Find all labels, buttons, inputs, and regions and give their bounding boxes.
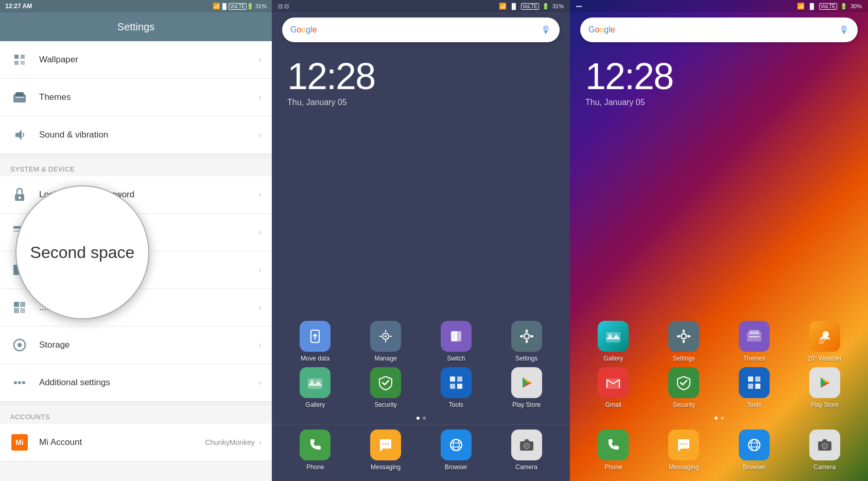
divider-1 (0, 154, 272, 158)
svg-rect-12 (14, 308, 19, 313)
camera2-app[interactable]: Camera (791, 430, 858, 471)
colorful-volte: VoLTE (819, 3, 837, 10)
dark-battery: 🔋 (542, 3, 549, 10)
gallery2-icon (598, 321, 629, 352)
settings-header: Settings (0, 12, 272, 41)
svg-rect-1 (15, 92, 24, 96)
svg-rect-23 (455, 331, 461, 341)
themes2-app[interactable]: Themes (721, 321, 788, 362)
magnifier-text: Second space (30, 243, 135, 262)
dark-status-bar: ⊡ ⊡ 📶 ▐▌ VoLTE 🔋 31% (272, 0, 570, 12)
colorful-bottom-dock: Phone Messaging (570, 424, 868, 481)
settings-panel: 12:27 AM 📶 ▐▌ VoLTE 🔋 31% Settings Wallp… (0, 0, 272, 481)
divider-2 (0, 402, 272, 406)
tools-icon (441, 367, 472, 398)
dot-2 (423, 417, 426, 420)
storage-icon (10, 336, 29, 354)
gmail-label: Gmail (605, 401, 621, 408)
colorful-clock-date: Thu, January 05 (585, 98, 853, 107)
manage-app[interactable]: Manage (353, 321, 419, 362)
weather-icon: 20° (809, 321, 840, 352)
settings-app-item[interactable]: Settings (493, 321, 560, 362)
svg-point-36 (385, 443, 387, 445)
browser2-app[interactable]: Browser (721, 430, 788, 471)
move-data-app[interactable]: Move data (282, 321, 349, 362)
performance-arrow: › (259, 303, 262, 312)
gallery2-app[interactable]: Gallery (580, 321, 647, 362)
tools2-label: Tools (747, 401, 761, 408)
messaging-label: Messaging (371, 463, 401, 471)
svg-text:20°: 20° (819, 339, 826, 345)
colorful-page-dots (570, 417, 868, 420)
phone2-app[interactable]: Phone (580, 430, 647, 471)
phone-icon (300, 430, 331, 460)
settings2-app[interactable]: Settings (651, 321, 717, 362)
tools-app[interactable]: Tools (423, 367, 490, 408)
mic-icon-colorful[interactable]: 🎙 (839, 24, 849, 36)
security2-app[interactable]: Security (651, 367, 717, 408)
gallery-app[interactable]: Gallery (282, 367, 349, 408)
dark-apps-row2: Gallery Security Tools (272, 367, 570, 408)
play-store-app[interactable]: Play Store (493, 367, 560, 408)
security2-label: Security (672, 401, 695, 408)
camera2-label: Camera (813, 463, 836, 471)
messaging2-app[interactable]: Messaging (651, 430, 717, 471)
dot-1 (416, 417, 420, 420)
settings-app-label: Settings (515, 355, 537, 362)
browser2-label: Browser (743, 463, 766, 471)
accounts-section-header: ACCOUNTS (0, 406, 272, 424)
dark-volte-badge: VoLTE (521, 3, 539, 10)
mi-account-label: Mi Account (39, 437, 205, 448)
browser-app[interactable]: Browser (423, 430, 490, 471)
gmail-app[interactable]: Gmail (580, 367, 647, 408)
svg-rect-27 (450, 376, 455, 382)
settings2-label: Settings (672, 355, 695, 362)
browser-label: Browser (445, 463, 467, 471)
wallpaper-arrow: › (259, 55, 262, 64)
svg-rect-30 (457, 384, 462, 389)
play-store2-app[interactable]: Play Store (791, 367, 858, 408)
svg-point-38 (450, 439, 462, 451)
themes2-icon (739, 321, 770, 352)
switch-label: Switch (447, 355, 465, 362)
svg-point-39 (453, 439, 459, 451)
colorful-google-search[interactable]: Google 🎙 (580, 18, 858, 42)
themes-icon (10, 88, 29, 107)
tools2-app[interactable]: Tools (721, 367, 788, 408)
additional-item[interactable]: Additional settings › (0, 364, 272, 402)
colorful-battery-pct: 30% (850, 3, 862, 9)
gallery-icon (300, 367, 331, 398)
svg-point-64 (686, 443, 687, 445)
weather-app[interactable]: 20° 20° Weather (791, 321, 858, 362)
svg-point-62 (681, 443, 682, 445)
phone-app[interactable]: Phone (282, 430, 349, 471)
svg-point-17 (18, 381, 21, 384)
wallpaper-item[interactable]: Wallpaper › (0, 41, 272, 79)
dark-google-search[interactable]: Google 🎙 (282, 18, 560, 42)
performance-icon (10, 298, 29, 317)
themes2-label: Themes (743, 355, 765, 362)
svg-point-65 (749, 439, 760, 451)
sound-item[interactable]: Sound & vibration › (0, 116, 272, 154)
messaging-app[interactable]: Messaging (353, 430, 419, 471)
svg-rect-10 (14, 302, 19, 307)
themes-item[interactable]: Themes › (0, 79, 272, 116)
storage-item[interactable]: Storage › (0, 327, 272, 364)
volte-badge: VoLTE (229, 3, 247, 10)
camera2-icon (809, 430, 840, 460)
mi-account-item[interactable]: Mi Mi Account ChunkyMonkey › (0, 424, 272, 461)
security-app[interactable]: Security (353, 367, 419, 408)
messaging2-label: Messaging (669, 463, 699, 471)
svg-point-63 (683, 443, 685, 445)
home-dark-panel: ⊡ ⊡ 📶 ▐▌ VoLTE 🔋 31% Google 🎙 12:28 Thu,… (272, 0, 570, 481)
home-colorful-panel: ••• 📶 ▐▌ VoLTE 🔋 30% Google 🎙 12:28 Thu,… (570, 0, 868, 481)
mic-icon-dark[interactable]: 🎙 (541, 24, 551, 36)
switch-app[interactable]: Switch (423, 321, 490, 362)
colorful-apps-row2: Gmail Security Tools (570, 367, 868, 408)
camera-app[interactable]: Camera (493, 430, 560, 471)
dark-apps-row1: Move data Manage Switch (272, 321, 570, 362)
storage-arrow: › (259, 340, 262, 350)
colorful-apps-row1: Gallery Settings Themes (570, 321, 868, 362)
security-label: Security (374, 401, 396, 408)
move-data-icon (300, 321, 331, 352)
